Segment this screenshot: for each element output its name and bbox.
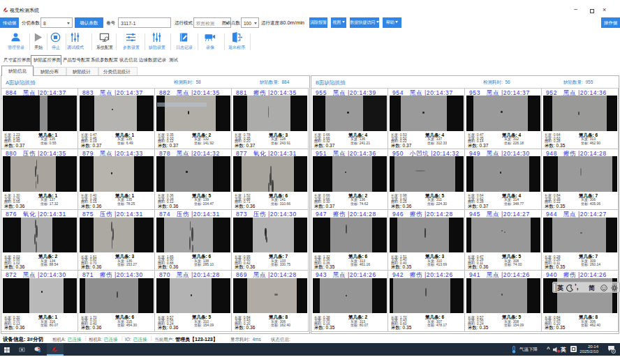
svg-text:6: 6 bbox=[613, 350, 614, 353]
